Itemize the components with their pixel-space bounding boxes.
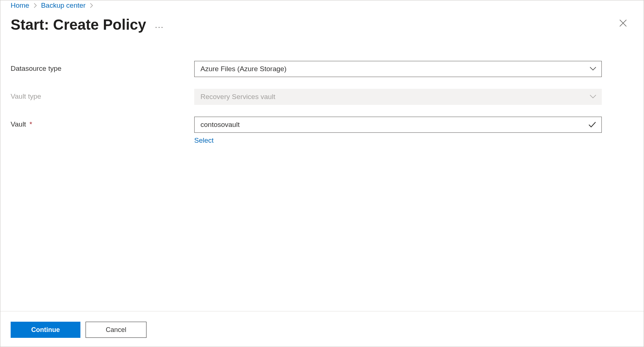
label-vault-type: Vault type bbox=[11, 89, 194, 101]
breadcrumb-link-backup-center[interactable]: Backup center bbox=[41, 1, 86, 10]
label-datasource-type: Datasource type bbox=[11, 61, 194, 73]
field-vault: Vault * contosovault Select bbox=[11, 117, 633, 145]
breadcrumb-link-home[interactable]: Home bbox=[11, 1, 29, 10]
select-value: contosovault bbox=[200, 121, 240, 129]
chevron-right-icon bbox=[88, 3, 94, 8]
check-icon bbox=[588, 121, 596, 128]
required-indicator: * bbox=[29, 120, 32, 128]
chevron-down-icon bbox=[590, 93, 596, 101]
chevron-down-icon bbox=[590, 65, 596, 73]
select-value: Recovery Services vault bbox=[200, 93, 275, 101]
chevron-right-icon bbox=[32, 3, 38, 8]
select-vault[interactable]: contosovault bbox=[194, 117, 602, 133]
page-title: Start: Create Policy bbox=[11, 17, 146, 33]
label-vault: Vault * bbox=[11, 117, 194, 128]
title-row: Start: Create Policy ··· bbox=[11, 17, 633, 33]
field-vault-type: Vault type Recovery Services vault bbox=[11, 89, 633, 105]
select-vault-link[interactable]: Select bbox=[194, 136, 214, 145]
footer-actions: Continue Cancel bbox=[0, 311, 644, 347]
policy-create-blade: Home Backup center Start: Create Policy … bbox=[0, 0, 644, 347]
more-actions-button[interactable]: ··· bbox=[155, 18, 164, 32]
close-button[interactable] bbox=[616, 17, 630, 30]
select-value: Azure Files (Azure Storage) bbox=[200, 65, 286, 73]
breadcrumb: Home Backup center bbox=[11, 0, 633, 10]
content-area: Home Backup center Start: Create Policy … bbox=[0, 0, 644, 311]
field-datasource-type: Datasource type Azure Files (Azure Stora… bbox=[11, 61, 633, 77]
continue-button[interactable]: Continue bbox=[11, 322, 80, 338]
select-vault-type: Recovery Services vault bbox=[194, 89, 602, 105]
cancel-button[interactable]: Cancel bbox=[86, 322, 146, 338]
close-icon bbox=[619, 19, 627, 28]
select-datasource-type[interactable]: Azure Files (Azure Storage) bbox=[194, 61, 602, 77]
